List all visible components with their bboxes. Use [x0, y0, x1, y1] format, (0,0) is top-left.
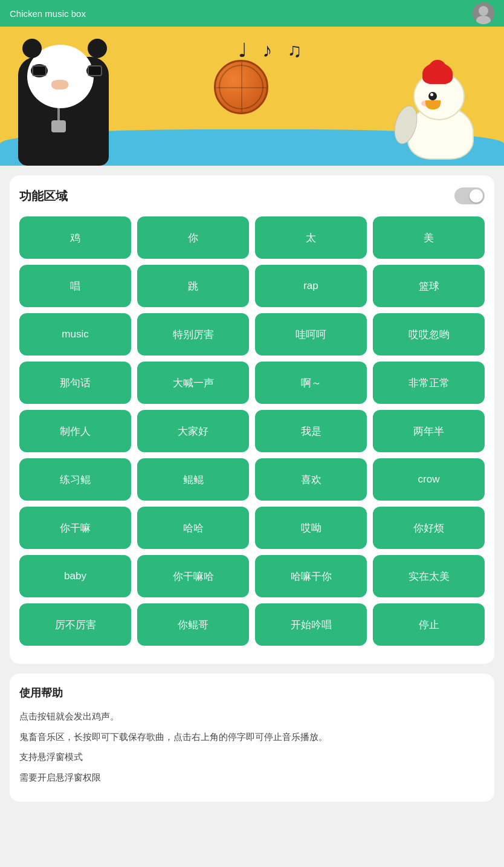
music-button-31[interactable]: 实在太美 — [373, 555, 485, 597]
music-button-8[interactable]: music — [19, 313, 131, 356]
help-card: 使用帮助 点击按钮就会发出鸡声。鬼畜音乐区，长按即可下载保存歌曲，点击右上角的停… — [10, 674, 494, 802]
app-title: Chicken music box — [10, 8, 86, 19]
music-button-7[interactable]: 篮球 — [373, 265, 485, 307]
music-button-29[interactable]: 你干嘛哈 — [137, 555, 249, 597]
section-title: 功能区域 — [19, 188, 68, 204]
music-button-22[interactable]: 喜欢 — [255, 458, 367, 501]
music-button-13[interactable]: 大喊一声 — [137, 362, 249, 404]
music-button-19[interactable]: 两年半 — [373, 410, 485, 452]
avatar[interactable] — [473, 2, 494, 24]
music-button-28[interactable]: baby — [19, 555, 131, 597]
music-button-35[interactable]: 停止 — [373, 603, 485, 646]
header: Chicken music box — [0, 0, 504, 27]
function-area-card: 功能区域 鸡你太美唱跳rap篮球music特别厉害哇呵呵哎哎忽哟那句话大喊一声啊… — [10, 175, 494, 664]
toggle-knob — [470, 189, 483, 203]
panda-decoration — [9, 33, 124, 166]
help-line-3: 需要开启悬浮窗权限 — [19, 770, 485, 785]
music-button-4[interactable]: 唱 — [19, 265, 131, 307]
music-button-21[interactable]: 鲲鲲 — [137, 458, 249, 501]
basketball-decoration — [214, 60, 268, 114]
music-button-18[interactable]: 我是 — [255, 410, 367, 452]
music-button-14[interactable]: 啊～ — [255, 362, 367, 404]
music-buttons-grid: 鸡你太美唱跳rap篮球music特别厉害哇呵呵哎哎忽哟那句话大喊一声啊～非常正常… — [19, 216, 485, 646]
music-button-23[interactable]: crow — [373, 458, 485, 501]
banner: ♩ ♪ ♫ — [0, 27, 504, 166]
music-button-33[interactable]: 你鲲哥 — [137, 603, 249, 646]
music-button-17[interactable]: 大家好 — [137, 410, 249, 452]
help-line-2: 支持悬浮窗模式 — [19, 749, 485, 765]
svg-point-1 — [479, 6, 488, 16]
music-button-34[interactable]: 开始吟唱 — [255, 603, 367, 646]
section-header: 功能区域 — [19, 187, 485, 204]
music-button-26[interactable]: 哎呦 — [255, 507, 367, 549]
music-button-27[interactable]: 你好烦 — [373, 507, 485, 549]
music-button-15[interactable]: 非常正常 — [373, 362, 485, 404]
music-button-12[interactable]: 那句话 — [19, 362, 131, 404]
music-button-20[interactable]: 练习鲲 — [19, 458, 131, 501]
music-button-1[interactable]: 你 — [137, 216, 249, 259]
music-button-0[interactable]: 鸡 — [19, 216, 131, 259]
music-button-3[interactable]: 美 — [373, 216, 485, 259]
music-button-25[interactable]: 哈哈 — [137, 507, 249, 549]
music-button-16[interactable]: 制作人 — [19, 410, 131, 452]
music-button-2[interactable]: 太 — [255, 216, 367, 259]
help-line-0: 点击按钮就会发出鸡声。 — [19, 709, 485, 724]
music-button-6[interactable]: rap — [255, 265, 367, 307]
music-button-24[interactable]: 你干嘛 — [19, 507, 131, 549]
help-line-1: 鬼畜音乐区，长按即可下载保存歌曲，点击右上角的停字即可停止音乐播放。 — [19, 729, 485, 745]
music-button-9[interactable]: 特别厉害 — [137, 313, 249, 356]
help-lines-container: 点击按钮就会发出鸡声。鬼畜音乐区，长按即可下载保存歌曲，点击右上角的停字即可停止… — [19, 709, 485, 785]
music-button-10[interactable]: 哇呵呵 — [255, 313, 367, 356]
feature-toggle[interactable] — [454, 187, 485, 204]
music-button-32[interactable]: 厉不厉害 — [19, 603, 131, 646]
chicken-decoration — [392, 57, 495, 160]
music-notes-decoration: ♩ ♪ ♫ — [238, 39, 306, 62]
music-button-30[interactable]: 哈嘛干你 — [255, 555, 367, 597]
music-button-5[interactable]: 跳 — [137, 265, 249, 307]
help-title: 使用帮助 — [19, 686, 485, 700]
music-button-11[interactable]: 哎哎忽哟 — [373, 313, 485, 356]
